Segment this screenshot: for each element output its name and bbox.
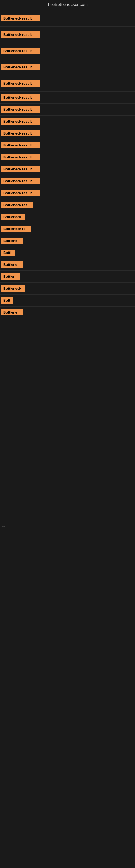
- bottleneck-badge: Bottleneck result: [1, 64, 40, 70]
- list-item[interactable]: Bottlene: [0, 259, 135, 271]
- site-header: TheBottlenecker.com: [0, 0, 135, 10]
- list-item[interactable]: Bottleneck result: [0, 175, 135, 187]
- bottleneck-badge: Bottleneck result: [1, 94, 40, 101]
- bottleneck-badge: Bottleneck result: [1, 48, 40, 54]
- list-item[interactable]: Bottleneck result: [0, 104, 135, 116]
- bottleneck-badge: Bottleneck result: [1, 15, 40, 22]
- bottleneck-list: Bottleneck resultBottleneck resultBottle…: [0, 10, 135, 318]
- bottleneck-badge: Bottl: [1, 250, 14, 256]
- list-item[interactable]: Bottleneck result: [0, 151, 135, 163]
- list-item[interactable]: Bottleneck: [0, 283, 135, 294]
- list-item[interactable]: Bottleneck res: [0, 199, 135, 211]
- bottleneck-badge: Bottleneck result: [1, 190, 40, 196]
- list-item[interactable]: Bottleneck result: [0, 187, 135, 199]
- list-item[interactable]: Bottleneck result: [0, 75, 135, 92]
- dots-indicator: ...: [1, 522, 134, 530]
- bottleneck-badge: Bottleneck result: [1, 130, 40, 136]
- bottleneck-badge: Bottlene: [1, 238, 23, 244]
- list-item[interactable]: Bottleneck result: [0, 27, 135, 43]
- list-item[interactable]: Bottleneck result: [0, 127, 135, 140]
- list-item[interactable]: Bottleneck result: [0, 140, 135, 151]
- list-item[interactable]: Bottl: [0, 247, 135, 259]
- bottleneck-badge: Bottleneck: [1, 285, 26, 291]
- bottleneck-badge: Bottleneck res: [1, 202, 34, 208]
- bottleneck-badge: Bottleneck result: [1, 80, 40, 87]
- list-item[interactable]: Bottlene: [0, 307, 135, 318]
- list-item[interactable]: Bottleneck re: [0, 223, 135, 235]
- bottleneck-badge: Bottleneck result: [1, 31, 40, 38]
- list-item[interactable]: Bottleneck: [0, 211, 135, 223]
- bottleneck-badge: Bottlene: [1, 309, 23, 315]
- bottleneck-badge: Bottleneck result: [1, 166, 40, 172]
- bottleneck-badge: Bottleneck result: [1, 154, 40, 160]
- list-item[interactable]: Bottleneck result: [0, 10, 135, 27]
- list-item[interactable]: Bottleneck result: [0, 43, 135, 59]
- list-item[interactable]: Bottlene: [0, 235, 135, 247]
- bottleneck-badge: Bottleneck result: [1, 106, 40, 113]
- bottleneck-badge: Bottleneck result: [1, 142, 40, 148]
- list-item[interactable]: Bottleneck result: [0, 92, 135, 104]
- bottleneck-badge: Bottleneck result: [1, 118, 40, 124]
- site-title: TheBottlenecker.com: [0, 0, 135, 10]
- list-item[interactable]: Bottleneck result: [0, 59, 135, 75]
- list-item[interactable]: Bottleneck result: [0, 163, 135, 175]
- bottleneck-badge: Bottlen: [1, 273, 20, 280]
- bottleneck-badge: Bott: [1, 297, 13, 304]
- list-item[interactable]: Bottlen: [0, 271, 135, 283]
- bottleneck-badge: Bottleneck: [1, 214, 26, 220]
- bottleneck-badge: Bottleneck re: [1, 226, 31, 232]
- bottleneck-badge: Bottlene: [1, 261, 23, 268]
- bottleneck-badge: Bottleneck result: [1, 178, 40, 184]
- list-item[interactable]: Bott: [0, 294, 135, 307]
- list-item[interactable]: Bottleneck result: [0, 116, 135, 127]
